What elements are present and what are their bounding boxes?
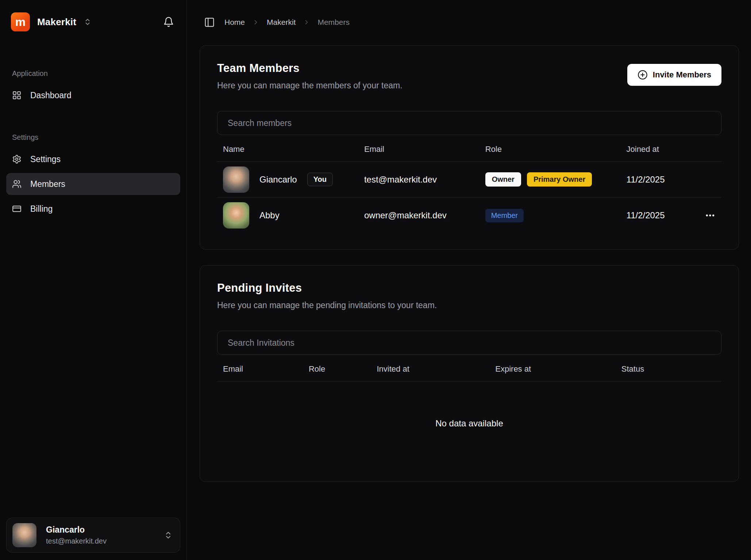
column-header-joined-at: Joined at	[621, 145, 721, 154]
pending-invites-card: Pending Invites Here you can manage the …	[200, 265, 739, 482]
you-badge: You	[307, 173, 333, 186]
pending-invites-title: Pending Invites	[217, 281, 437, 295]
user-info: Giancarlo test@makerkit.dev	[46, 525, 107, 545]
breadcrumb-row: Home Makerkit Members	[200, 17, 739, 28]
column-header-expires-at: Expires at	[489, 364, 616, 374]
member-email: test@makerkit.dev	[358, 174, 480, 185]
sidebar-item-billing[interactable]: Billing	[6, 198, 180, 220]
pending-invites-subtitle: Here you can manage the pending invitati…	[217, 300, 437, 310]
sidebar-item-label: Members	[30, 179, 65, 189]
dashboard-grid-icon	[12, 91, 22, 100]
member-name: Abby	[259, 210, 280, 220]
column-header-email: Email	[358, 145, 480, 154]
column-header-name: Name	[217, 145, 358, 154]
search-invitations-input[interactable]	[217, 331, 721, 355]
team-members-subtitle: Here you can manage the members of your …	[217, 81, 403, 91]
team-members-card: Team Members Here you can manage the mem…	[200, 45, 739, 250]
user-menu[interactable]: Giancarlo test@makerkit.dev	[6, 518, 180, 553]
chevron-up-down-icon	[164, 531, 173, 540]
breadcrumb: Home Makerkit Members	[224, 18, 350, 27]
column-header-invited-at: Invited at	[371, 364, 490, 374]
user-name: Giancarlo	[46, 525, 107, 535]
empty-state-message: No data available	[217, 381, 721, 465]
sidebar-item-label: Settings	[30, 154, 61, 164]
member-name-cell: Abby	[217, 202, 358, 229]
sidebar-item-label: Dashboard	[30, 91, 72, 100]
credit-card-icon	[12, 204, 22, 214]
app-root: m Makerkit Application Dashboard Sett	[0, 0, 751, 560]
notifications-button[interactable]	[163, 16, 174, 27]
user-email: test@makerkit.dev	[46, 537, 107, 545]
chevron-up-down-icon	[84, 18, 92, 26]
column-header-status: Status	[616, 364, 721, 374]
column-header-role: Role	[480, 145, 621, 154]
row-actions-button[interactable]	[702, 208, 718, 223]
member-joined-cell: 11/2/2025	[621, 174, 721, 185]
sidebar-item-label: Billing	[30, 204, 53, 214]
breadcrumb-current: Members	[317, 18, 350, 27]
team-members-title: Team Members	[217, 62, 403, 75]
member-email: owner@makerkit.dev	[358, 210, 480, 220]
sidebar-item-settings[interactable]: Settings	[6, 148, 180, 170]
workspace-switcher[interactable]: m Makerkit	[11, 12, 92, 31]
role-badge-primary-owner: Primary Owner	[527, 172, 592, 187]
member-role-cell: Member	[480, 209, 621, 222]
sidebar-nav: Application Dashboard Settings Settings …	[0, 31, 186, 223]
bell-icon	[163, 16, 174, 27]
sidebar-item-members[interactable]: Members	[6, 173, 180, 195]
joined-date: 11/2/2025	[627, 210, 665, 220]
table-row: Giancarlo You test@makerkit.dev Owner Pr…	[217, 162, 721, 197]
avatar	[223, 166, 249, 193]
panel-left-icon	[204, 17, 215, 28]
ellipsis-icon	[705, 210, 716, 221]
members-table-header: Name Email Role Joined at	[217, 135, 721, 162]
nav-section-settings: Settings	[12, 133, 174, 142]
invite-members-button[interactable]: Invite Members	[627, 64, 721, 86]
role-badge-member: Member	[485, 209, 524, 222]
sidebar-item-dashboard[interactable]: Dashboard	[6, 84, 180, 106]
member-joined-cell: 11/2/2025	[621, 208, 721, 223]
invite-members-label: Invite Members	[653, 70, 711, 80]
avatar	[223, 202, 249, 229]
joined-date: 11/2/2025	[627, 174, 665, 185]
column-header-role: Role	[303, 364, 371, 374]
member-name-cell: Giancarlo You	[217, 166, 358, 193]
chevron-right-icon	[252, 19, 259, 26]
invites-table-header: Email Role Invited at Expires at Status	[217, 355, 721, 381]
user-avatar	[12, 523, 36, 547]
breadcrumb-workspace[interactable]: Makerkit	[267, 18, 296, 27]
nav-section-application: Application	[12, 69, 174, 78]
sidebar-header: m Makerkit	[0, 0, 186, 31]
search-members-input[interactable]	[217, 111, 721, 135]
main-content: Home Makerkit Members Team Members Here …	[187, 0, 751, 560]
breadcrumb-home[interactable]: Home	[224, 18, 245, 27]
table-row: Abby owner@makerkit.dev Member 11/2/2025	[217, 197, 721, 233]
makerkit-logo: m	[11, 12, 30, 31]
pending-invites-header: Pending Invites Here you can manage the …	[217, 281, 721, 310]
sidebar-toggle-button[interactable]	[204, 17, 215, 28]
column-header-email: Email	[217, 364, 303, 374]
gear-icon	[12, 154, 22, 164]
team-members-header: Team Members Here you can manage the mem…	[217, 62, 721, 91]
member-role-cell: Owner Primary Owner	[480, 172, 621, 187]
member-name: Giancarlo	[259, 174, 297, 185]
users-icon	[12, 179, 22, 189]
workspace-name: Makerkit	[37, 16, 76, 28]
plus-circle-icon	[638, 70, 648, 80]
role-badge-owner: Owner	[485, 172, 521, 187]
chevron-right-icon	[303, 19, 310, 26]
sidebar: m Makerkit Application Dashboard Sett	[0, 0, 187, 560]
